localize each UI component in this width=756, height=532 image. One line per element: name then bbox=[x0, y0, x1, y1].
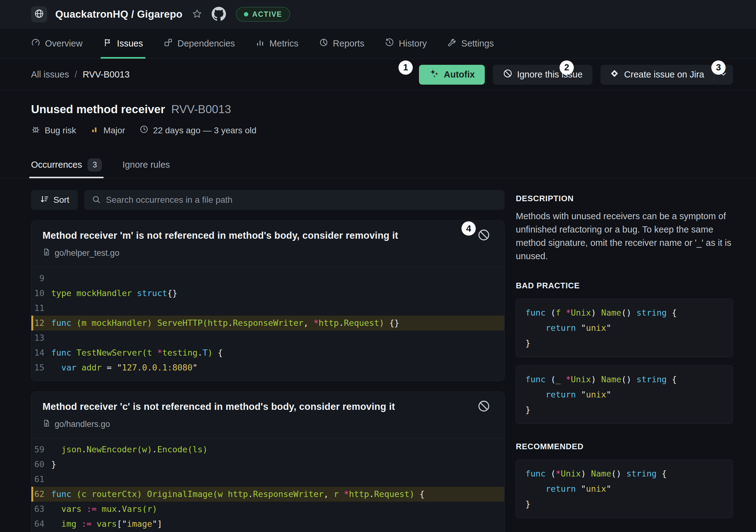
occurrence-file-path: go/helper_test.go bbox=[55, 248, 120, 258]
annotation-badge-4: 4 bbox=[462, 221, 476, 236]
ignore-issue-button[interactable]: Ignore this issue bbox=[493, 65, 592, 85]
code-line: } bbox=[526, 336, 723, 351]
code-line: 13 bbox=[31, 330, 504, 345]
occurrence-title: Method receiver 'c' is not referenced in… bbox=[42, 401, 493, 412]
code-line: 11 bbox=[31, 301, 504, 316]
line-number: 64 bbox=[33, 517, 51, 531]
occurrence-header: Method receiver 'c' is not referenced in… bbox=[31, 392, 504, 438]
nav-tab-settings[interactable]: Settings bbox=[447, 29, 494, 59]
ban-icon bbox=[503, 68, 513, 81]
bad-practice-code-block: func (f *Unix) Name() string { return "u… bbox=[516, 298, 733, 357]
star-icon bbox=[192, 9, 202, 20]
line-number: 61 bbox=[33, 472, 51, 487]
autofix-button[interactable]: Autofix bbox=[419, 65, 485, 85]
status-badge-label: ACTIVE bbox=[252, 10, 282, 19]
bug-icon bbox=[31, 125, 40, 136]
search-icon bbox=[92, 195, 101, 205]
occurrence-title: Method receiver 'm' is not referenced in… bbox=[42, 230, 493, 241]
content-area: Sort Method receiver 'm' is not referenc… bbox=[0, 190, 756, 532]
create-jira-issue-button[interactable]: Create issue on Jira bbox=[601, 65, 714, 85]
annotation-badge-3: 3 bbox=[711, 61, 726, 75]
line-number: 59 bbox=[33, 442, 51, 457]
star-repo-button[interactable] bbox=[192, 9, 202, 20]
sort-icon bbox=[40, 194, 49, 206]
annotation-badge-2: 2 bbox=[559, 61, 574, 75]
packages-icon bbox=[164, 38, 173, 49]
history-clock-icon bbox=[385, 38, 394, 49]
line-number: 14 bbox=[33, 345, 51, 360]
breadcrumb: All issues / RVV-B0013 bbox=[31, 69, 130, 80]
line-number: 62 bbox=[33, 487, 51, 502]
globe-icon bbox=[34, 9, 44, 20]
ban-icon bbox=[477, 409, 491, 414]
code-line: } bbox=[526, 496, 723, 512]
nav-tab-dependencies[interactable]: Dependencies bbox=[164, 29, 235, 59]
sort-button[interactable]: Sort bbox=[31, 190, 78, 210]
tab-ignore-rules-label: Ignore rules bbox=[122, 160, 170, 170]
nav-tab-label: Settings bbox=[461, 38, 494, 49]
nav-tab-issues[interactable]: Issues bbox=[103, 29, 143, 59]
code-line: 60} bbox=[31, 457, 504, 472]
nav-tab-label: Issues bbox=[117, 38, 143, 49]
issue-code: RVV-B0013 bbox=[171, 103, 231, 116]
recommended-code-block: func (*Unix) Name() string { return "uni… bbox=[516, 459, 733, 518]
issue-age: 22 days ago — 3 years old bbox=[139, 125, 256, 136]
code-line: 15 var addr = "127.0.0.1:8080" bbox=[31, 360, 504, 375]
occurrences-column: Sort Method receiver 'm' is not referenc… bbox=[31, 190, 505, 532]
sparkles-icon bbox=[429, 68, 440, 81]
bad-practice-heading: BAD PRACTICE bbox=[516, 281, 733, 291]
occurrence-file-path: go/handlers.go bbox=[55, 419, 110, 429]
file-icon bbox=[42, 248, 51, 258]
issue-title: Unused method receiver RVV-B0013 bbox=[31, 103, 733, 116]
code-line: func (f *Unix) Name() string { bbox=[526, 305, 723, 320]
issue-meta-row: Bug risk Major 22 days ago — 3 years old bbox=[31, 125, 733, 136]
occurrence-card: Method receiver 'c' is not referenced in… bbox=[31, 392, 505, 532]
line-number: 60 bbox=[33, 457, 51, 472]
search-input[interactable] bbox=[106, 195, 497, 205]
nav-tab-label: Reports bbox=[333, 38, 364, 49]
file-icon bbox=[42, 419, 51, 429]
repo-icon-tile bbox=[31, 6, 47, 22]
ignore-occurrence-button[interactable] bbox=[477, 228, 491, 243]
repo-title: QuackatronHQ / Gigarepo bbox=[55, 8, 182, 20]
nav-tab-history[interactable]: History bbox=[385, 29, 427, 59]
nav-tab-metrics[interactable]: Metrics bbox=[256, 29, 298, 59]
breadcrumb-all-issues[interactable]: All issues bbox=[31, 69, 69, 80]
flag-icon bbox=[103, 38, 112, 49]
nav-tab-reports[interactable]: Reports bbox=[319, 29, 364, 59]
code-line: } bbox=[526, 402, 723, 417]
occurrence-card: Method receiver 'm' is not referenced in… bbox=[31, 220, 505, 381]
github-link-button[interactable] bbox=[212, 7, 226, 22]
create-jira-button-label: Create issue on Jira bbox=[624, 69, 704, 80]
tab-occurrences-label: Occurrences bbox=[31, 160, 82, 170]
code-line: 59 json.NewEncoder(w).Encode(ls) bbox=[31, 442, 504, 457]
line-number: 63 bbox=[33, 502, 51, 517]
bar-chart-icon bbox=[256, 38, 265, 49]
status-dot-icon bbox=[244, 12, 248, 16]
occurrence-file: go/helper_test.go bbox=[42, 248, 493, 258]
breadcrumb-separator: / bbox=[75, 69, 77, 80]
search-box bbox=[84, 190, 505, 210]
ignore-occurrence-button[interactable] bbox=[477, 399, 491, 414]
app-header: QuackatronHQ / Gigarepo ACTIVE bbox=[0, 0, 756, 29]
code-line-highlighted: 12func (m mockHandler) ServeHTTP(http.Re… bbox=[31, 316, 504, 330]
line-number: 12 bbox=[33, 316, 51, 330]
description-heading: DESCRIPTION bbox=[516, 194, 733, 203]
issue-category: Bug risk bbox=[31, 125, 76, 136]
nav-tab-overview[interactable]: Overview bbox=[31, 29, 83, 59]
nav-tab-label: Dependencies bbox=[177, 38, 235, 49]
code-line: return "unix" bbox=[526, 320, 723, 336]
issue-category-label: Bug risk bbox=[45, 126, 76, 136]
code-line: return "unix" bbox=[526, 481, 723, 496]
main-nav: Overview Issues Dependencies Metrics bbox=[0, 29, 756, 59]
annotation-badge-1: 1 bbox=[398, 61, 413, 75]
tab-occurrences[interactable]: Occurrences 3 bbox=[31, 152, 102, 178]
code-line: 9 bbox=[31, 271, 504, 286]
tab-ignore-rules[interactable]: Ignore rules bbox=[122, 152, 170, 178]
nav-tab-label: Overview bbox=[45, 38, 83, 49]
issue-tabs: Occurrences 3 Ignore rules bbox=[0, 152, 756, 178]
issue-heading-section: Unused method receiver RVV-B0013 Bug ris… bbox=[31, 103, 733, 136]
recommended-heading: RECOMMENDED bbox=[516, 442, 733, 451]
line-number: 9 bbox=[33, 271, 51, 286]
code-snippet: 910type mockHandler struct{}1112func (m … bbox=[31, 267, 504, 381]
